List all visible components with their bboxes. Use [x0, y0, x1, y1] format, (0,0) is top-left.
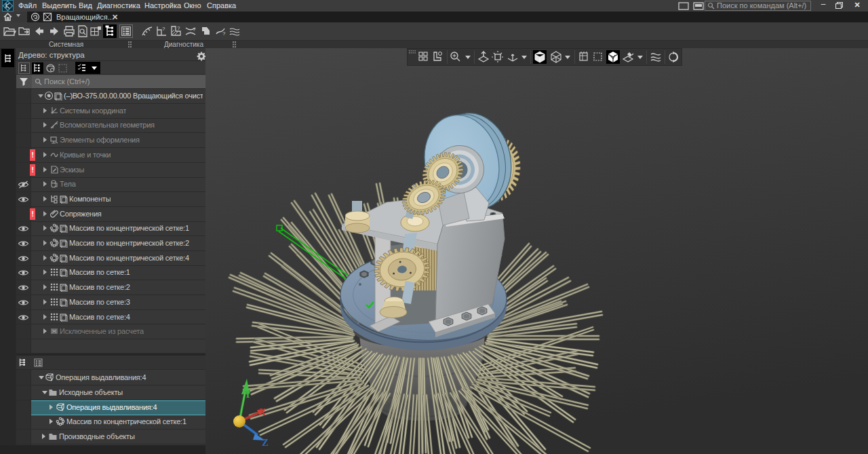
svg-text:?: ?: [222, 31, 226, 37]
svg-text:?: ?: [193, 26, 196, 33]
svg-text:Y: Y: [244, 389, 252, 400]
svg-text:?: ?: [177, 25, 180, 31]
svg-text:Z: Z: [262, 437, 269, 448]
svg-text:X: X: [259, 407, 266, 417]
svg-text:?: ?: [162, 26, 165, 32]
